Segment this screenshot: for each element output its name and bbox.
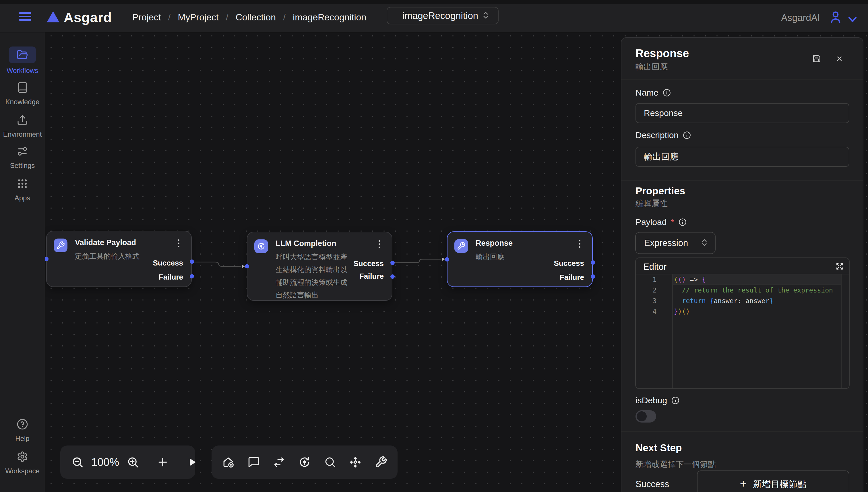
sidebar-item-knowledge[interactable]: Knowledge (0, 82, 45, 106)
line-number: 1 (636, 274, 673, 285)
panel-title: Response (636, 47, 689, 60)
sliders-icon (17, 146, 28, 157)
add-target-node-button[interactable]: + 新增目標節點 (697, 470, 849, 492)
run-workflow-icon[interactable] (186, 456, 198, 468)
panel-subtitle: 輸出回應 (636, 62, 668, 72)
payload-field-label: Payload * (636, 217, 687, 227)
node-llm-completion[interactable]: LLM Completion 呼叫大型語言模型並產生結構化的資料輸出以輔助流程的… (247, 232, 392, 301)
llm-refresh-icon (254, 239, 268, 253)
zoom-level: 100% (91, 456, 119, 468)
window-top-strip (0, 0, 868, 4)
hamburger-menu-icon[interactable] (19, 13, 31, 21)
wrench-icon (454, 239, 468, 253)
sidebar-item-workspace[interactable]: Workspace (0, 451, 45, 475)
arrange-icon[interactable] (349, 456, 362, 468)
code-line-4: })() (674, 306, 690, 317)
name-field-label: Name (636, 88, 671, 98)
editor-title: Editor (643, 262, 667, 272)
port-label-failure: Failure (359, 272, 384, 281)
output-port-success[interactable] (591, 260, 595, 265)
llm-refresh-icon[interactable] (298, 456, 311, 468)
swap-arrows-icon[interactable] (273, 456, 285, 468)
sidebar-item-label: Knowledge (0, 98, 45, 106)
zoom-out-icon[interactable] (71, 456, 84, 468)
editor-header: Editor (636, 258, 849, 274)
sidebar: Workflows Knowledge Environment Settings… (0, 32, 45, 492)
asgard-logo-icon (47, 11, 59, 22)
kebab-menu-icon[interactable] (177, 239, 180, 247)
port-label-success: Success (353, 259, 384, 268)
panel-divider (621, 79, 863, 79)
sidebar-item-settings[interactable]: Settings (0, 146, 45, 170)
node-validate-payload[interactable]: Validate Payload 定義工具的輸入格式 Success Failu… (46, 231, 192, 287)
toggle-knob (637, 411, 647, 421)
sidebar-item-label: Workspace (0, 467, 45, 475)
wrench-icon[interactable] (375, 456, 387, 468)
close-icon[interactable] (836, 55, 843, 62)
port-label-failure: Failure (159, 273, 183, 281)
user-icon[interactable] (829, 10, 842, 24)
code-area[interactable]: 1 (() => { 2 // return the result of the… (636, 274, 849, 388)
description-input[interactable]: 輸出回應 (636, 147, 849, 167)
output-port-success[interactable] (190, 260, 194, 264)
code-line-2: // return the result of the expression (674, 285, 833, 296)
code-line-3: return {answer: answer} (674, 296, 773, 306)
chevron-down-icon[interactable] (847, 14, 858, 21)
node-description: 定義工具的輸入格式 (75, 250, 150, 262)
node-title: Validate Payload (75, 238, 136, 247)
sidebar-item-label: Workflows (0, 67, 45, 75)
output-port-failure[interactable] (390, 274, 395, 279)
breadcrumb-workflow[interactable]: imageRecognition (293, 12, 366, 23)
chevrons-up-down-icon (481, 11, 490, 21)
comment-icon[interactable] (247, 456, 260, 468)
add-home-node-icon[interactable] (222, 456, 234, 468)
output-port-failure[interactable] (591, 274, 595, 279)
info-icon[interactable] (683, 131, 691, 139)
info-icon[interactable] (678, 218, 687, 226)
breadcrumb-separator: / (283, 12, 286, 23)
breadcrumb-collection[interactable]: Collection (235, 12, 276, 23)
book-icon (17, 82, 28, 93)
kebab-menu-icon[interactable] (378, 240, 380, 248)
breadcrumb-myproject[interactable]: MyProject (178, 12, 218, 23)
expand-icon[interactable] (836, 263, 843, 270)
isdebug-label: isDebug (636, 396, 679, 405)
description-field-label: Description (636, 130, 691, 140)
port-label-success: Success (554, 259, 584, 268)
save-icon[interactable] (812, 54, 821, 63)
gear-icon (17, 451, 28, 463)
workflow-select-value: imageRecognition (402, 10, 481, 21)
add-node-icon[interactable] (156, 456, 169, 468)
line-number: 3 (636, 296, 673, 306)
panel-divider (621, 432, 863, 432)
output-port-success[interactable] (390, 261, 395, 265)
sidebar-item-workflows[interactable]: Workflows (0, 47, 45, 75)
isdebug-toggle[interactable] (636, 410, 656, 422)
tools-toolbar (212, 445, 398, 479)
sidebar-item-help[interactable]: Help (0, 419, 45, 443)
wrench-icon (54, 239, 68, 252)
input-port[interactable] (245, 264, 249, 268)
input-port[interactable] (445, 257, 449, 262)
line-number: 2 (636, 285, 673, 296)
output-port-failure[interactable] (190, 274, 194, 278)
breadcrumb-project[interactable]: Project (132, 12, 161, 23)
node-config-panel: Response 輸出回應 Name Response Description … (621, 37, 863, 492)
info-icon[interactable] (663, 89, 671, 97)
code-editor: Editor 1 (() => { 2 // return the result… (635, 257, 850, 389)
next-step-title: Next Step (636, 442, 682, 453)
search-icon[interactable] (324, 456, 337, 468)
info-icon[interactable] (671, 396, 679, 404)
node-response[interactable]: Response 輸出回應 Success Failure (447, 231, 593, 287)
kebab-menu-icon[interactable] (578, 240, 581, 248)
sidebar-item-apps[interactable]: Apps (0, 178, 45, 202)
payload-type-select[interactable]: Expression (635, 232, 716, 254)
sidebar-item-label: Apps (0, 194, 45, 202)
breadcrumb-separator: / (168, 12, 171, 23)
zoom-in-icon[interactable] (127, 456, 139, 468)
properties-subtitle: 編輯屬性 (636, 198, 668, 209)
grid-icon (17, 178, 28, 190)
name-input[interactable]: Response (636, 103, 849, 123)
workflow-select[interactable]: imageRecognition (387, 7, 499, 24)
sidebar-item-environment[interactable]: Environment (0, 114, 45, 138)
